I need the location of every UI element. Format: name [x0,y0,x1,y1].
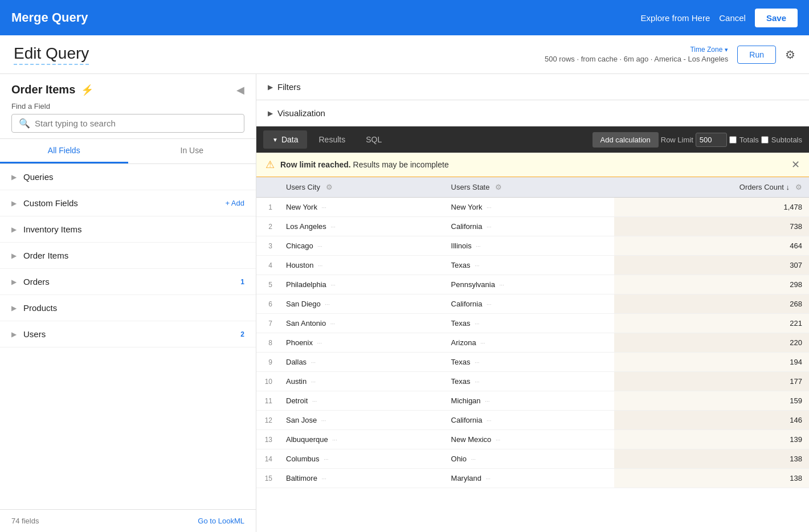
row-number: 15 [256,469,279,488]
cell-city: Baltimore ··· [279,469,444,488]
filters-section[interactable]: ▶ Filters [256,74,809,100]
products-arrow-icon: ▶ [11,304,17,312]
cell-city: Phoenix ··· [279,333,444,353]
cell-city: Houston ··· [279,256,444,275]
search-icon: 🔍 [19,118,30,129]
table-row: 5 Philadelphia ··· Pennsylvania ··· 298 [256,275,809,294]
cell-city: San Antonio ··· [279,314,444,333]
users-state-gear-icon[interactable]: ⚙ [495,183,502,191]
tab-all-fields[interactable]: All Fields [0,139,128,163]
row-number: 10 [256,372,279,391]
timezone-button[interactable]: Time Zone [690,46,722,54]
city-dots-icon: ··· [318,263,322,269]
row-limit-input[interactable] [696,133,727,147]
city-dots-icon: ··· [317,243,322,249]
cell-count: 177 [614,372,809,391]
sidebar-footer: 74 fields Go to LookML [0,509,256,532]
custom-fields-arrow-icon: ▶ [11,199,17,207]
city-dots-icon: ··· [321,418,326,424]
field-group-products[interactable]: ▶ Products [0,295,256,321]
field-group-inventory-left: ▶ Inventory Items [11,224,82,234]
sidebar-title-left: Order Items ⚡ [11,83,93,96]
cell-count: 307 [614,256,809,275]
field-group-order-items[interactable]: ▶ Order Items [0,243,256,269]
state-dots-icon: ··· [500,282,504,288]
run-button[interactable]: Run [737,46,776,64]
orders-count-gear-icon[interactable]: ⚙ [795,183,802,191]
field-group-queries[interactable]: ▶ Queries [0,164,256,190]
add-calculation-button[interactable]: Add calculation [593,132,659,148]
sidebar-title-row: Order Items ⚡ ◀ [11,83,244,96]
tab-data[interactable]: ▼ Data [263,130,307,149]
table-row: 11 Detroit ··· Michigan ··· 159 [256,391,809,411]
field-group-orders[interactable]: ▶ Orders 1 [0,269,256,295]
state-dots-icon: ··· [485,398,489,404]
cell-count: 464 [614,236,809,256]
field-group-users[interactable]: ▶ Users 2 [0,321,256,347]
find-field-label: Find a Field [11,102,244,111]
totals-checkbox[interactable] [729,136,737,144]
go-to-lookml-link[interactable]: Go to LookML [198,517,244,525]
city-dots-icon: ··· [311,379,316,385]
city-dots-icon: ··· [311,359,316,366]
city-dots-icon: ··· [325,301,329,308]
field-group-custom-fields[interactable]: ▶ Custom Fields + Add [0,190,256,216]
orders-arrow-icon: ▶ [11,278,17,286]
cell-city: Albuquerque ··· [279,430,444,449]
tab-results[interactable]: Results [309,130,354,149]
table-row: 15 Baltimore ··· Maryland ··· 138 [256,469,809,488]
top-bar-actions: Explore from Here Cancel Save [641,9,798,27]
row-number: 2 [256,217,279,236]
table-header-row: Users City ⚙ Users State ⚙ [256,177,809,198]
tab-sql[interactable]: SQL [357,130,391,149]
users-arrow-icon: ▶ [11,330,17,338]
cell-state: New York ··· [444,198,615,217]
city-dots-icon: ··· [330,224,335,230]
tab-in-use[interactable]: In Use [128,139,256,163]
cell-state: Texas ··· [444,314,615,333]
search-input[interactable] [35,118,237,128]
save-button[interactable]: Save [755,9,798,27]
order-items-arrow-icon: ▶ [11,252,17,260]
table-row: 3 Chicago ··· Illinois ··· 464 [256,236,809,256]
table-row: 10 Austin ··· Texas ··· 177 [256,372,809,391]
visualization-label: Visualization [277,108,325,118]
warning-close-icon[interactable]: ✕ [791,158,800,171]
explore-from-here-link[interactable]: Explore from Here [641,13,710,23]
settings-gear-icon[interactable]: ⚙ [785,48,795,62]
users-city-gear-icon[interactable]: ⚙ [326,183,333,191]
sub-header: Edit Query Time Zone ▾ 500 rows · from c… [0,35,809,74]
table-row: 9 Dallas ··· Texas ··· 194 [256,353,809,372]
table-row: 13 Albuquerque ··· New Mexico ··· 139 [256,430,809,449]
cell-state: Ohio ··· [444,449,615,469]
subtotals-checkbox-label: Subtotals [761,136,802,144]
state-dots-icon: ··· [471,456,476,463]
row-number: 13 [256,430,279,449]
city-dots-icon: ··· [322,476,326,482]
tab-data-arrow: ▼ [272,137,278,143]
cell-state: California ··· [444,411,615,430]
lightning-icon[interactable]: ⚡ [81,84,93,96]
state-dots-icon: ··· [480,340,485,346]
custom-fields-add-button[interactable]: + Add [225,199,244,207]
cancel-link[interactable]: Cancel [719,13,746,23]
table-row: 6 San Diego ··· California ··· 268 [256,294,809,314]
cell-city: New York ··· [279,198,444,217]
search-box: 🔍 [11,114,244,133]
city-dots-icon: ··· [332,437,337,443]
sub-header-right: Time Zone ▾ 500 rows · from cache · 6m a… [545,46,795,64]
cell-count: 268 [614,294,809,314]
cell-city: Columbus ··· [279,449,444,469]
city-dots-icon: ··· [330,282,335,288]
city-dots-icon: ··· [330,321,335,327]
sidebar-header: Order Items ⚡ ◀ Find a Field 🔍 [0,74,256,139]
subtotals-checkbox[interactable] [761,136,769,144]
cache-info-group: Time Zone ▾ 500 rows · from cache · 6m a… [545,46,728,63]
cell-state: Texas ··· [444,256,615,275]
field-group-inventory-items[interactable]: ▶ Inventory Items [0,216,256,243]
cell-count: 139 [614,430,809,449]
visualization-section[interactable]: ▶ Visualization [256,100,809,126]
sidebar-collapse-icon[interactable]: ◀ [236,84,244,96]
table-row: 12 San Jose ··· California ··· 146 [256,411,809,430]
row-number: 7 [256,314,279,333]
